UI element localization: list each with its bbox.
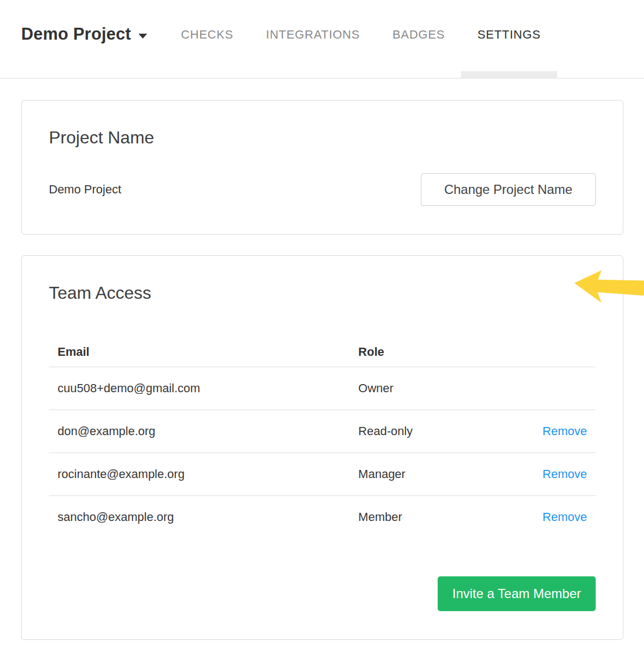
- invite-button-row: Invite a Team Member: [49, 576, 596, 611]
- member-action-cell: [503, 367, 596, 410]
- project-name-heading: Project Name: [49, 127, 596, 148]
- remove-member-link[interactable]: Remove: [542, 467, 587, 481]
- tab-settings-label: SETTINGS: [477, 28, 540, 41]
- settings-page: Project Name Demo Project Change Project…: [0, 100, 644, 659]
- project-switcher[interactable]: Demo Project: [21, 0, 147, 47]
- member-role: Owner: [350, 367, 503, 410]
- tab-integrations[interactable]: INTEGRATIONS: [250, 0, 376, 78]
- team-access-heading: Team Access: [49, 282, 596, 304]
- team-members-table: Email Role cuu508+demo@gmail.comOwnerdon…: [49, 337, 596, 538]
- top-navbar: Demo Project CHECKS INTEGRATIONS BADGES …: [0, 0, 644, 79]
- member-action-cell: Remove: [503, 496, 596, 539]
- member-action-cell: Remove: [503, 453, 596, 496]
- member-email: don@example.org: [49, 410, 350, 453]
- member-email: rocinante@example.org: [49, 453, 350, 496]
- table-row: don@example.orgRead-onlyRemove: [49, 410, 596, 453]
- remove-member-link[interactable]: Remove: [542, 424, 587, 438]
- member-email: cuu508+demo@gmail.com: [49, 367, 350, 410]
- invite-team-member-button[interactable]: Invite a Team Member: [438, 576, 596, 611]
- project-title: Demo Project: [21, 24, 131, 44]
- table-header-row: Email Role: [49, 337, 596, 367]
- email-column-header: Email: [49, 337, 350, 367]
- tab-settings[interactable]: SETTINGS: [461, 0, 557, 78]
- table-row: sancho@example.orgMemberRemove: [49, 496, 596, 539]
- action-column-header: [503, 337, 596, 367]
- member-email: sancho@example.org: [49, 496, 350, 539]
- member-role: Manager: [350, 453, 503, 496]
- caret-down-icon: [138, 34, 147, 39]
- change-project-name-button[interactable]: Change Project Name: [421, 173, 596, 206]
- project-name-row: Demo Project Change Project Name: [49, 173, 596, 206]
- role-column-header: Role: [350, 337, 503, 367]
- tab-badges[interactable]: BADGES: [376, 0, 462, 78]
- table-row: cuu508+demo@gmail.comOwner: [49, 367, 596, 410]
- team-access-card: Team Access Email Role cuu508+demo@gmail…: [21, 255, 623, 640]
- active-tab-indicator: [461, 71, 557, 78]
- member-role: Read-only: [350, 410, 503, 453]
- member-action-cell: Remove: [503, 410, 596, 453]
- remove-member-link[interactable]: Remove: [542, 510, 587, 524]
- project-name-card: Project Name Demo Project Change Project…: [21, 100, 623, 235]
- current-project-name: Demo Project: [49, 183, 121, 197]
- tab-checks[interactable]: CHECKS: [165, 0, 250, 78]
- member-role: Member: [350, 496, 503, 539]
- table-row: rocinante@example.orgManagerRemove: [49, 453, 596, 496]
